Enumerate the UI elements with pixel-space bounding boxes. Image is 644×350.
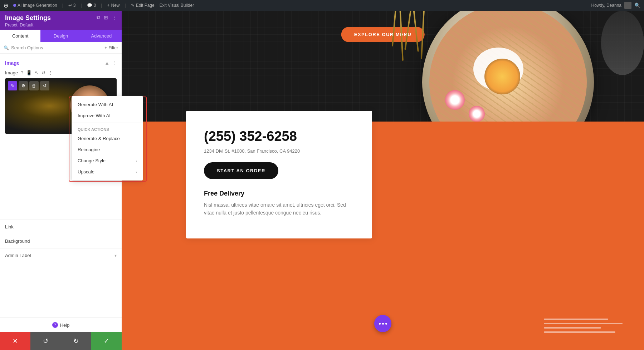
noodle-4 bbox=[413, 11, 419, 52]
wave-2 bbox=[544, 323, 623, 324]
start-order-button[interactable]: START AN ORDER bbox=[204, 162, 278, 179]
tab-content[interactable]: Content bbox=[0, 30, 40, 42]
image-section-header: Image ▲ ⋮ bbox=[0, 57, 122, 69]
more-options-icon[interactable]: ⋮ bbox=[48, 70, 53, 75]
page-content: EXPLORE OUR MENU bbox=[122, 11, 644, 350]
noodle-2 bbox=[399, 11, 404, 61]
confirm-button[interactable]: ✓ bbox=[91, 332, 122, 350]
cursor-icon[interactable]: ↖ bbox=[35, 70, 39, 75]
sidebar-tabs: Content Design Advanced bbox=[0, 30, 122, 42]
separator4: | bbox=[125, 3, 126, 8]
comment-icon: 💬 bbox=[87, 3, 92, 8]
tab-advanced[interactable]: Advanced bbox=[81, 30, 122, 42]
sidebar-title: Image Settings bbox=[5, 14, 51, 22]
reimagine-item[interactable]: Reimagine bbox=[72, 144, 122, 155]
background-label: Background bbox=[5, 238, 30, 244]
comment-counter[interactable]: 💬 0 bbox=[87, 3, 96, 8]
cancel-button[interactable]: ✕ bbox=[0, 332, 30, 350]
wave-4 bbox=[544, 331, 615, 333]
edit-page-button[interactable]: ✎ Edit Page bbox=[131, 3, 155, 8]
egg-yolk bbox=[484, 59, 520, 94]
sidebar-footer: ✕ ↺ ↻ ✓ bbox=[0, 332, 122, 350]
sidebar-title-area: Image Settings Preset: Default bbox=[5, 14, 51, 28]
tab-design[interactable]: Design bbox=[40, 30, 81, 42]
radish-2 bbox=[469, 106, 485, 122]
wordpress-icon[interactable]: ⊕ bbox=[4, 2, 8, 9]
sidebar-preset: Preset: Default bbox=[5, 23, 51, 28]
undo-button[interactable]: ↺ bbox=[30, 332, 61, 350]
free-delivery-title: Free Delivery bbox=[204, 190, 354, 197]
edit-icon: ✎ bbox=[131, 3, 135, 8]
section-icons: ▲ ⋮ bbox=[104, 60, 117, 66]
search-icon-small: 🔍 bbox=[4, 45, 9, 50]
wave-3 bbox=[544, 327, 601, 329]
separator2: | bbox=[81, 3, 82, 8]
user-greeting: Howdy, Deanna bbox=[591, 3, 622, 8]
overlay-settings-icon[interactable]: ⚙ bbox=[19, 81, 28, 90]
change-style-item[interactable]: Change Style › bbox=[72, 155, 122, 166]
help-button[interactable]: ? Help bbox=[52, 322, 70, 328]
wave-1 bbox=[544, 319, 608, 320]
duplicate-icon[interactable]: ⧉ bbox=[97, 14, 100, 20]
link-section-row[interactable]: Link bbox=[0, 220, 122, 234]
content-card: (255) 352-6258 1234 Divi St. #1000, San … bbox=[186, 111, 372, 238]
plus-icon: + bbox=[107, 3, 109, 8]
ai-dot-icon bbox=[13, 4, 16, 7]
sidebar-search: 🔍 + Filter bbox=[0, 42, 122, 54]
search-input[interactable] bbox=[11, 45, 102, 50]
chevron-down-icon: ▾ bbox=[114, 253, 117, 258]
help-circle-icon: ? bbox=[52, 322, 58, 328]
background-section-row[interactable]: Background bbox=[0, 234, 122, 248]
admin-label: Admin Label bbox=[5, 253, 31, 258]
sidebar-header: Image Settings Preset: Default ⧉ ⊞ ⋮ bbox=[0, 11, 122, 30]
chevron-up-icon[interactable]: ▲ bbox=[104, 60, 109, 66]
overlay-delete-icon[interactable]: 🗑 bbox=[29, 81, 39, 90]
context-menu: Generate With AI Improve With AI Quick A… bbox=[72, 96, 122, 181]
noodle-1 bbox=[392, 11, 397, 46]
ai-image-link[interactable]: AI Image Generation bbox=[13, 3, 57, 8]
link-label: Link bbox=[5, 224, 14, 230]
undo-icon: ↩ bbox=[68, 3, 72, 8]
quick-actions-label: Quick Actions bbox=[72, 124, 122, 133]
image-toolbar: Image ? 📱 ↖ ↺ ⋮ bbox=[0, 69, 122, 78]
image-toolbar-label: Image bbox=[5, 70, 18, 75]
undo-counter[interactable]: ↩ 3 bbox=[68, 3, 76, 8]
options-icon[interactable]: ⋮ bbox=[112, 60, 117, 66]
exit-builder-button[interactable]: Exit Visual Builder bbox=[160, 3, 194, 8]
mobile-icon[interactable]: 📱 bbox=[26, 70, 32, 75]
filter-button[interactable]: + Filter bbox=[104, 45, 118, 50]
radish-1 bbox=[445, 90, 465, 110]
separator3: | bbox=[101, 3, 102, 8]
help-circle-icon[interactable]: ? bbox=[21, 70, 23, 75]
generate-replace-item[interactable]: Generate & Replace bbox=[72, 133, 122, 144]
more-icon[interactable]: ⋮ bbox=[112, 15, 117, 20]
phone-number: (255) 352-6258 bbox=[204, 129, 354, 144]
reset-icon[interactable]: ↺ bbox=[42, 70, 45, 75]
free-delivery-text: Nisl massa, ultrices vitae ornare sit am… bbox=[204, 201, 354, 217]
layout-icon[interactable]: ⊞ bbox=[104, 15, 108, 20]
noodle-3 bbox=[404, 11, 413, 50]
overlay-edit-icon[interactable]: ✎ bbox=[8, 81, 17, 90]
search-icon[interactable]: 🔍 bbox=[634, 3, 640, 8]
floating-menu-button[interactable] bbox=[374, 315, 391, 332]
topbar: ⊕ AI Image Generation | ↩ 3 | 💬 0 | + Ne… bbox=[0, 0, 644, 11]
generate-with-ai-item[interactable]: Generate With AI bbox=[72, 99, 122, 110]
redo-button[interactable]: ↻ bbox=[61, 332, 91, 350]
upscale-item[interactable]: Upscale › bbox=[72, 166, 122, 177]
sidebar-bottom: ? Help bbox=[0, 317, 122, 332]
separator: | bbox=[62, 3, 63, 8]
sidebar: Image Settings Preset: Default ⧉ ⊞ ⋮ Con… bbox=[0, 11, 122, 350]
dot-3 bbox=[385, 323, 387, 325]
sidebar-header-icons: ⧉ ⊞ ⋮ bbox=[97, 14, 117, 20]
overlay-undo-icon[interactable]: ↺ bbox=[40, 81, 49, 90]
improve-with-ai-item[interactable]: Improve With AI bbox=[72, 110, 122, 121]
dot-2 bbox=[382, 323, 384, 325]
admin-label-row[interactable]: Admin Label ▾ bbox=[0, 248, 122, 262]
topbar-left: ⊕ AI Image Generation | ↩ 3 | 💬 0 | + Ne… bbox=[4, 2, 194, 9]
dot-1 bbox=[379, 323, 381, 325]
topbar-right: Howdy, Deanna 🔍 bbox=[591, 2, 641, 9]
address: 1234 Divi St. #1000, San Francisco, CA 9… bbox=[204, 148, 354, 154]
filter-icon: + bbox=[104, 45, 107, 50]
menu-divider bbox=[72, 123, 122, 123]
new-button[interactable]: + New bbox=[107, 3, 119, 8]
